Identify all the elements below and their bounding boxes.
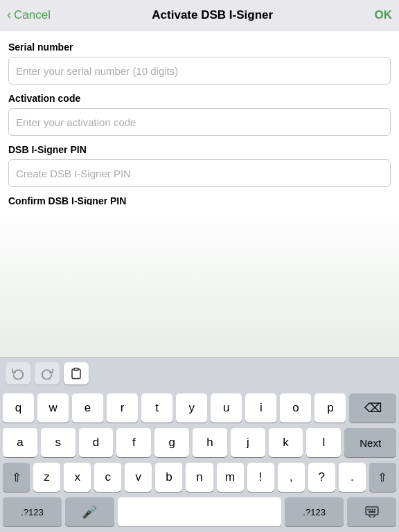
redo-button[interactable] [35,362,60,384]
key-o[interactable]: o [280,393,311,423]
key-z[interactable]: z [33,463,60,492]
key-question[interactable]: ? [308,463,335,492]
keyboard-row-1: q w e r t y u i o p ⌫ [3,393,396,423]
key-h[interactable]: h [193,428,227,457]
key-r[interactable]: r [107,393,138,423]
svg-rect-1 [366,507,378,515]
key-n[interactable]: n [186,463,213,492]
nav-bar: ‹ Cancel Activate DSB I-Signer OK [0,0,399,30]
keyboard-toolbar [0,357,399,388]
key-c[interactable]: c [94,463,121,492]
key-d[interactable]: d [79,428,114,457]
key-comma[interactable]: , [278,463,305,492]
activation-code-input[interactable] [8,108,391,136]
key-y[interactable]: y [176,393,207,423]
paste-button[interactable] [64,362,89,384]
cancel-label: Cancel [14,8,51,22]
cancel-button[interactable]: ‹ Cancel [7,8,51,22]
key-w[interactable]: w [37,393,69,423]
key-b[interactable]: b [155,463,182,492]
key-exclaim[interactable]: ! [247,463,274,492]
serial-number-input[interactable] [8,57,391,85]
serial-number-label: Serial number [8,42,391,53]
key-s[interactable]: s [41,428,76,457]
keyboard-row-2: a s d f g h j k l Next [3,428,396,457]
keyboard-row-3: ⇧ z x c v b n m ! , ? . ⇧ [3,463,396,492]
key-f[interactable]: f [116,428,151,457]
ok-button[interactable]: OK [375,8,393,22]
key-e[interactable]: e [72,393,103,423]
key-v[interactable]: v [125,463,152,492]
mic-key[interactable]: 🎤 [65,497,114,526]
key-i[interactable]: i [245,393,276,423]
key-p[interactable]: p [314,393,346,423]
key-l[interactable]: l [306,428,341,457]
form-area: Serial number Activation code DSB I-Sign… [0,30,399,205]
key-q[interactable]: q [3,393,34,423]
key-a[interactable]: a [3,428,37,457]
key-u[interactable]: u [211,393,242,423]
keyboard-row-4: .?123 🎤 .?123 [3,497,396,526]
pin-label: DSB I-Signer PIN [8,144,391,155]
pin-input[interactable] [8,159,391,187]
symbol-right-key[interactable]: .?123 [285,497,344,526]
form-spacer [0,205,399,357]
key-j[interactable]: j [231,428,265,457]
keyboard-hide-key[interactable] [347,497,396,526]
next-key[interactable]: Next [344,428,396,457]
svg-rect-0 [74,368,78,370]
confirm-pin-label: Confirm DSB I-Signer PIN [8,195,391,205]
key-period[interactable]: . [339,463,366,492]
activation-code-label: Activation code [8,93,391,104]
key-g[interactable]: g [154,428,189,457]
keyboard: q w e r t y u i o p ⌫ a s d f g h j k l … [0,388,399,532]
key-x[interactable]: x [64,463,91,492]
page-title: Activate DSB I-Signer [152,8,273,22]
space-key[interactable] [118,497,281,526]
key-k[interactable]: k [269,428,303,457]
key-m[interactable]: m [217,463,244,492]
symbol-left-key[interactable]: .?123 [3,497,62,526]
shift-right-key[interactable]: ⇧ [369,463,396,492]
delete-key[interactable]: ⌫ [349,393,396,423]
undo-button[interactable] [6,362,30,384]
shift-left-key[interactable]: ⇧ [3,463,30,492]
key-t[interactable]: t [141,393,172,423]
chevron-left-icon: ‹ [7,8,11,22]
